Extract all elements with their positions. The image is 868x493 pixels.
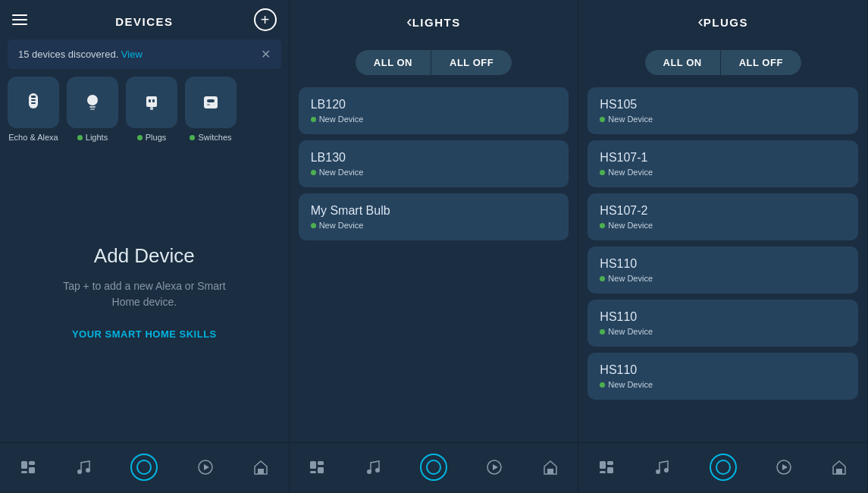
alexa-circle[interactable] [130, 454, 158, 481]
plugs-device-hs110-2[interactable]: HS110 New Device [588, 300, 858, 347]
hs110-3-status-text: New Device [608, 380, 653, 389]
svg-rect-10 [150, 107, 153, 110]
switches-status-dot [190, 135, 195, 140]
hs107-2-status-text: New Device [608, 221, 653, 230]
smart-home-skills-link[interactable]: YOUR SMART HOME SKILLS [72, 328, 217, 340]
lights-label: Lights [86, 133, 108, 142]
svg-rect-23 [310, 461, 316, 469]
svg-rect-8 [149, 99, 151, 102]
lights-nav-devices-icon[interactable] [302, 456, 331, 479]
hs107-1-status-text: New Device [608, 168, 653, 177]
lights-device-my-smart-bulb[interactable]: My Smart Bulb New Device [299, 193, 569, 240]
plugs-label: Plugs [146, 133, 167, 142]
hs110-1-name: HS110 [600, 257, 846, 271]
nav-devices-icon[interactable] [14, 456, 42, 479]
hs107-2-name: HS107-2 [600, 204, 846, 218]
plugs-device-hs105[interactable]: HS105 New Device [588, 87, 858, 134]
plugs-all-off-button[interactable]: ALL OFF [721, 50, 801, 75]
notification-close[interactable]: ✕ [261, 47, 271, 61]
add-device-plus[interactable]: + [254, 8, 277, 31]
my-smart-bulb-status-dot [311, 223, 316, 228]
plugs-nav-devices-icon[interactable] [592, 456, 621, 479]
plugs-nav-play-icon[interactable] [769, 456, 798, 479]
lb130-status: New Device [311, 168, 557, 177]
plugs-nav-alexa-icon[interactable] [703, 451, 743, 484]
notification-bar: 15 devices discovered. View ✕ [8, 39, 281, 69]
plugs-device-hs110-3[interactable]: HS110 New Device [588, 353, 858, 400]
lights-all-on-button[interactable]: ALL ON [356, 50, 431, 75]
plugs-back-button[interactable]: ‹ [697, 14, 703, 30]
svg-rect-12 [207, 99, 215, 102]
switch-icon [199, 90, 223, 115]
svg-rect-9 [152, 99, 155, 102]
category-lights[interactable]: Lights [67, 77, 118, 142]
plugs-device-hs110-1[interactable]: HS110 New Device [588, 246, 858, 294]
svg-point-19 [86, 468, 90, 473]
plugs-toggle-row: ALL ON ALL OFF [578, 41, 867, 87]
hs110-2-status: New Device [600, 327, 846, 336]
lb130-status-dot [311, 170, 316, 175]
bulb-icon [80, 90, 105, 115]
lights-all-off-button[interactable]: ALL OFF [431, 50, 512, 75]
plugs-icon-box [126, 77, 177, 128]
nav-alexa-icon[interactable] [124, 451, 164, 484]
category-echo-alexa[interactable]: Echo & Alexa [8, 77, 59, 142]
switches-label: Switches [198, 133, 231, 142]
plugs-nav-music-icon[interactable] [647, 456, 676, 479]
lights-back-button[interactable]: ‹ [406, 14, 412, 30]
lights-nav-play-icon[interactable] [480, 456, 509, 479]
view-link[interactable]: View [121, 49, 143, 60]
hamburger-icon[interactable] [12, 14, 27, 25]
svg-point-18 [77, 469, 82, 474]
svg-rect-22 [258, 469, 264, 474]
svg-marker-30 [493, 464, 498, 470]
svg-rect-34 [607, 467, 613, 473]
svg-rect-7 [146, 96, 157, 107]
svg-rect-17 [21, 471, 27, 473]
devices-bottom-nav [0, 442, 289, 493]
add-device-section: Add Device Tap + to add a new Alexa or S… [0, 142, 289, 442]
lights-device-lb130[interactable]: LB130 New Device [299, 140, 569, 187]
svg-rect-6 [90, 108, 95, 110]
lights-alexa-circle[interactable] [420, 454, 447, 481]
lights-device-lb120[interactable]: LB120 New Device [299, 87, 569, 134]
plug-icon [139, 90, 164, 115]
devices-panel: DEVICES + 15 devices discovered. View ✕ … [0, 0, 290, 493]
hs110-1-status-text: New Device [608, 274, 653, 283]
plugs-device-list: HS105 New Device HS107-1 New Device HS10… [578, 87, 867, 442]
lb120-status-dot [311, 117, 316, 122]
nav-play-icon[interactable] [191, 456, 220, 479]
lights-toggle-row: ALL ON ALL OFF [290, 41, 578, 87]
lights-nav-alexa-icon[interactable] [414, 451, 453, 484]
nav-music-icon[interactable] [69, 456, 98, 479]
plus-icon[interactable]: + [254, 8, 277, 31]
hs110-3-status: New Device [600, 380, 846, 389]
lights-bottom-nav [290, 442, 578, 493]
plugs-nav-home-icon[interactable] [825, 456, 854, 479]
plugs-alexa-circle[interactable] [710, 454, 737, 481]
svg-marker-39 [782, 464, 788, 470]
lights-nav-home-icon[interactable] [536, 456, 565, 479]
lights-panel: ‹ LIGHTS ALL ON ALL OFF LB120 New Device… [290, 0, 579, 493]
lights-header: ‹ LIGHTS [290, 0, 578, 41]
lights-nav-music-icon[interactable] [359, 456, 387, 479]
lights-device-list: LB120 New Device LB130 New Device My Sma… [290, 87, 578, 442]
devices-header: DEVICES + [0, 0, 289, 39]
devices-title: DEVICES [115, 15, 173, 28]
echo-alexa-icon-box [8, 77, 59, 128]
category-plugs[interactable]: Plugs [126, 77, 177, 142]
nav-home-icon[interactable] [246, 456, 275, 479]
hs105-dot [600, 117, 605, 122]
hamburger-menu[interactable] [12, 14, 27, 25]
hs105-name: HS105 [600, 98, 846, 111]
svg-point-27 [367, 469, 371, 474]
lb120-status: New Device [311, 115, 557, 124]
plugs-device-hs107-1[interactable]: HS107-1 New Device [588, 140, 858, 187]
add-device-title: Add Device [94, 244, 195, 268]
plugs-all-on-button[interactable]: ALL ON [645, 50, 721, 75]
svg-point-37 [664, 468, 669, 473]
plugs-device-hs107-2[interactable]: HS107-2 New Device [588, 193, 858, 240]
hs107-2-dot [600, 223, 605, 228]
lb120-name: LB120 [311, 98, 557, 111]
category-switches[interactable]: Switches [185, 77, 237, 142]
